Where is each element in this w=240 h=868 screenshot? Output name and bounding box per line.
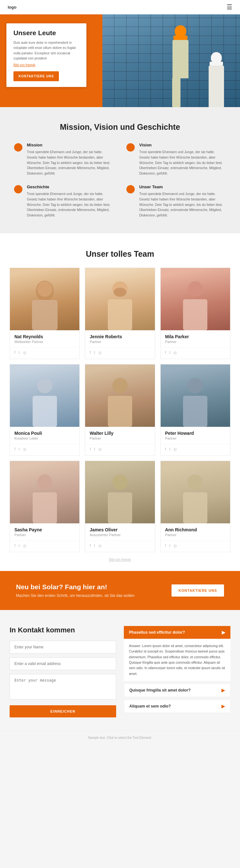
twitter-icon[interactable]: t [94, 447, 95, 452]
team-info-4: Walter Lilly Partner [85, 427, 155, 442]
svg-rect-7 [183, 299, 207, 330]
facebook-icon[interactable]: f [165, 447, 166, 452]
team-photo-8 [161, 461, 230, 523]
facebook-icon[interactable]: f [14, 350, 16, 355]
team-card-1: Jennie Roberts Partner f t ◎ [85, 268, 155, 359]
instagram-icon[interactable]: ◎ [23, 350, 26, 355]
svg-rect-19 [183, 492, 207, 523]
instagram-icon[interactable]: ◎ [174, 544, 177, 548]
twitter-icon[interactable]: t [94, 544, 95, 548]
hero-card: Unsere Leute Duis aute irure dolor in re… [6, 23, 86, 87]
team-role-1: Partner [90, 340, 150, 344]
facebook-icon[interactable]: f [90, 447, 91, 452]
mission-grid: Mission Trost spendete Ehemann und Junge… [14, 143, 226, 218]
mission-title-3: Unser Team [139, 184, 226, 189]
mission-text-0: Trost spendete Ehemann und Junge, der si… [27, 149, 114, 176]
footer-note: Sample text. Click to select the Text El… [88, 736, 152, 740]
team-socials-5: f t ◎ [161, 444, 230, 455]
facebook-icon[interactable]: f [90, 544, 91, 548]
mission-title-1: Vision [139, 143, 226, 147]
cta-button[interactable]: KONTAKTIERE UNS [172, 584, 224, 596]
team-socials-2: f t ◎ [161, 347, 230, 359]
svg-rect-17 [108, 492, 132, 523]
svg-point-5 [114, 288, 126, 297]
contact-email-input[interactable] [9, 657, 116, 670]
mission-text-2: Trost spendete Ehemannt und Junge, der s… [27, 191, 114, 218]
instagram-icon[interactable]: ◎ [174, 447, 177, 452]
svg-rect-13 [183, 396, 207, 427]
footer: Sample text. Click to select the Text El… [0, 730, 240, 744]
faq-question-open: Phasellus sed efficitur dolor? [129, 630, 185, 634]
team-name-1: Jennie Roberts [90, 334, 150, 339]
instagram-icon[interactable]: ◎ [98, 350, 101, 355]
twitter-icon[interactable]: t [19, 350, 20, 355]
team-socials-0: f t ◎ [10, 347, 79, 359]
contact-form-container: In Kontakt kommen EINREICHEN [9, 626, 116, 717]
hamburger-icon[interactable]: ☰ [227, 3, 232, 11]
team-role-5: Partner [165, 436, 226, 440]
facebook-icon[interactable]: f [165, 544, 166, 548]
instagram-icon[interactable]: ◎ [23, 544, 26, 548]
team-info-2: Mila Parker Partner [161, 330, 230, 346]
faq-chevron-1: ▶ [221, 688, 225, 693]
contact-button-hero[interactable]: KONTAKTIERE UNS [13, 71, 59, 81]
team-name-4: Walter Lilly [90, 431, 150, 436]
twitter-icon[interactable]: t [169, 544, 170, 548]
twitter-icon[interactable]: t [19, 447, 20, 452]
team-name-2: Mila Parker [165, 334, 226, 339]
team-info-3: Monica Pouli Kreativer Leiter [10, 427, 79, 442]
mission-dot-1 [126, 143, 135, 152]
facebook-icon[interactable]: f [14, 544, 16, 548]
faq-item-1: Quisque fringilla sit amet dolor? ▶ [124, 684, 231, 697]
facebook-icon[interactable]: f [165, 350, 166, 355]
team-socials-8: f t ◎ [161, 540, 230, 552]
faq-item-open: Phasellus sed efficitur dolor? ▶ Answer:… [124, 626, 231, 681]
instagram-icon[interactable]: ◎ [174, 350, 177, 355]
hero-title: Unsere Leute [13, 29, 79, 37]
cta-section: Neu bei Solar? Fang hier an! Machen Sie … [0, 571, 240, 610]
faq-header-2[interactable]: Aliquam et sem odio? ▶ [124, 700, 231, 713]
contact-submit-button[interactable]: EINREICHEN [9, 705, 116, 717]
team-role-0: Weltweiter Partner [14, 340, 75, 344]
faq-header-1[interactable]: Quisque fringilla sit amet dolor? ▶ [124, 684, 231, 697]
instagram-icon[interactable]: ◎ [23, 447, 26, 452]
svg-point-12 [187, 378, 203, 393]
mission-text-3: Trost spendete Ehemannt und Junge, der s… [139, 191, 226, 218]
team-socials-1: f t ◎ [85, 347, 155, 359]
svg-rect-4 [108, 299, 132, 330]
team-card-6: Sasha Payne Partner f t ◎ [9, 461, 80, 552]
instagram-icon[interactable]: ◎ [98, 447, 101, 452]
mission-title-2: Geschichte [27, 184, 114, 189]
hero-image [102, 14, 240, 107]
team-name-8: Ann Richmond [165, 527, 226, 532]
team-name-5: Peter Howard [165, 431, 226, 436]
team-freepik-note: Bild von freepik [9, 558, 231, 561]
team-photo-3 [10, 365, 79, 427]
instagram-icon[interactable]: ◎ [98, 544, 101, 548]
team-title: Unser tolles Team [9, 249, 231, 259]
twitter-icon[interactable]: t [169, 447, 170, 452]
team-card-3: Monica Pouli Kreativer Leiter f t ◎ [9, 364, 80, 456]
freepik-link[interactable]: Bild von freepik [13, 63, 79, 67]
mission-section: Mission, Vision und Geschichte Mission T… [0, 107, 240, 234]
faq-header-open[interactable]: Phasellus sed efficitur dolor? ▶ [124, 626, 231, 639]
twitter-icon[interactable]: t [94, 350, 95, 355]
team-info-5: Peter Howard Partner [161, 427, 230, 442]
team-socials-7: f t ◎ [85, 540, 155, 552]
team-card-4: Walter Lilly Partner f t ◎ [85, 364, 155, 456]
contact-title: In Kontakt kommen [9, 626, 116, 634]
contact-name-input[interactable] [9, 641, 116, 653]
mission-title: Mission, Vision und Geschichte [14, 122, 226, 132]
twitter-icon[interactable]: t [19, 544, 20, 548]
team-section: Unser tolles Team Nat Reynolds Weltweite… [0, 234, 240, 571]
hero-section: Unsere Leute Duis aute irure dolor in re… [0, 14, 240, 107]
team-name-6: Sasha Payne [14, 527, 75, 532]
team-role-2: Partner [165, 340, 226, 344]
twitter-icon[interactable]: t [169, 350, 170, 355]
team-card-5: Peter Howard Partner f t ◎ [160, 364, 231, 456]
facebook-icon[interactable]: f [90, 350, 91, 355]
team-info-6: Sasha Payne Partner [10, 523, 79, 539]
facebook-icon[interactable]: f [14, 447, 16, 452]
contact-message-input[interactable] [9, 674, 116, 700]
team-role-4: Partner [90, 436, 150, 440]
